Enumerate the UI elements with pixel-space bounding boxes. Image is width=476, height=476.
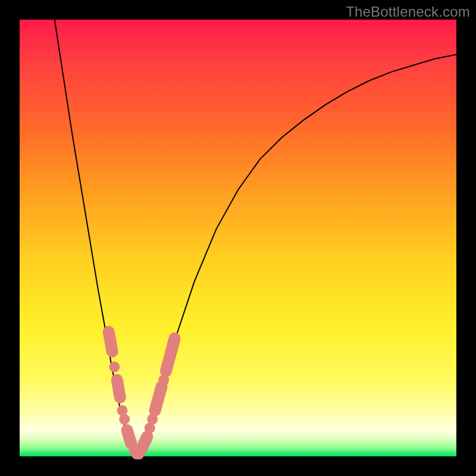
- pill-left-2: [127, 430, 131, 443]
- data-dot-5: [133, 449, 144, 459]
- curve-left-branch: [55, 20, 137, 456]
- curve-right-branch: [137, 55, 456, 456]
- chart-svg: [20, 20, 456, 456]
- pill-left-0: [109, 332, 112, 352]
- data-dot-2: [119, 414, 130, 425]
- pill-right-2: [166, 339, 175, 371]
- pill-right-0: [141, 437, 147, 450]
- marker-group: [109, 332, 175, 460]
- data-dot-8: [158, 375, 169, 386]
- pill-left-1: [117, 380, 120, 397]
- watermark-text: TheBottleneck.com: [346, 4, 470, 20]
- data-dot-7: [147, 414, 158, 425]
- data-dot-0: [109, 362, 120, 372]
- pill-right-1: [155, 387, 162, 411]
